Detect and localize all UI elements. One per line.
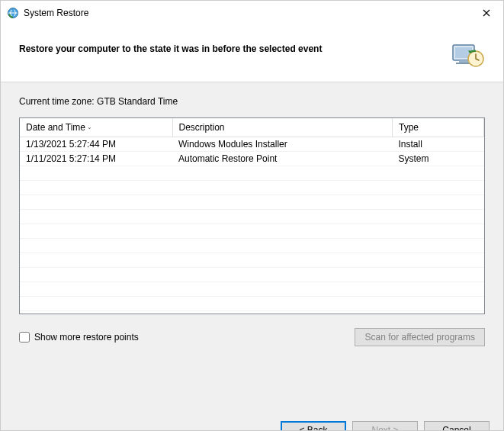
content-area: Current time zone: GTB Standard Time Dat… <box>1 82 503 410</box>
show-more-checkbox[interactable]: Show more restore points <box>19 332 139 343</box>
restore-hero-icon <box>448 40 485 71</box>
system-restore-icon <box>7 7 19 19</box>
table-row-empty <box>20 252 484 267</box>
table-cell-date: 1/13/2021 5:27:44 PM <box>20 137 172 151</box>
titlebar: System Restore <box>1 1 503 25</box>
table-cell-date: 1/11/2021 5:27:14 PM <box>20 151 172 166</box>
close-button[interactable] <box>469 2 503 24</box>
table-cell-description: Automatic Restore Point <box>172 151 393 166</box>
svg-rect-3 <box>459 60 468 63</box>
table-row-empty <box>20 267 484 281</box>
table-row-empty <box>20 195 484 209</box>
table-row-empty <box>20 209 484 224</box>
column-header-date[interactable]: Date and Time⌄ <box>20 118 172 137</box>
header-area: Restore your computer to the state it wa… <box>1 25 503 82</box>
sort-descending-icon: ⌄ <box>87 124 92 130</box>
cancel-button[interactable]: Cancel <box>424 421 490 431</box>
window-title: System Restore <box>24 8 88 18</box>
restore-points-table[interactable]: Date and Time⌄ Description Type 1/13/202… <box>19 117 485 314</box>
column-header-description[interactable]: Description <box>172 118 393 137</box>
table-row-empty <box>20 166 484 180</box>
close-icon <box>483 9 490 17</box>
table-row-empty <box>20 224 484 238</box>
table-row-empty <box>20 296 484 310</box>
wizard-footer: < Back Next > Cancel <box>1 410 503 431</box>
table-header-row: Date and Time⌄ Description Type <box>20 118 484 137</box>
table-row-empty <box>20 238 484 252</box>
table-row[interactable]: 1/13/2021 5:27:44 PMWindows Modules Inst… <box>20 137 484 151</box>
back-button[interactable]: < Back <box>281 421 346 431</box>
timezone-label: Current time zone: <box>19 96 95 107</box>
page-headline: Restore your computer to the state it wa… <box>19 40 448 54</box>
show-more-checkbox-label: Show more restore points <box>34 332 139 343</box>
table-cell-type: Install <box>393 137 484 151</box>
show-more-checkbox-input[interactable] <box>19 332 30 343</box>
next-button: Next > <box>352 421 418 431</box>
column-header-type[interactable]: Type <box>393 118 484 137</box>
table-cell-type: System <box>393 151 484 166</box>
table-row[interactable]: 1/11/2021 5:27:14 PMAutomatic Restore Po… <box>20 151 484 166</box>
table-row-empty <box>20 281 484 296</box>
timezone-line: Current time zone: GTB Standard Time <box>19 96 485 107</box>
timezone-value: GTB Standard Time <box>97 96 178 107</box>
table-row-empty <box>20 180 484 195</box>
scan-affected-button: Scan for affected programs <box>355 328 485 346</box>
table-cell-description: Windows Modules Installer <box>172 137 393 151</box>
